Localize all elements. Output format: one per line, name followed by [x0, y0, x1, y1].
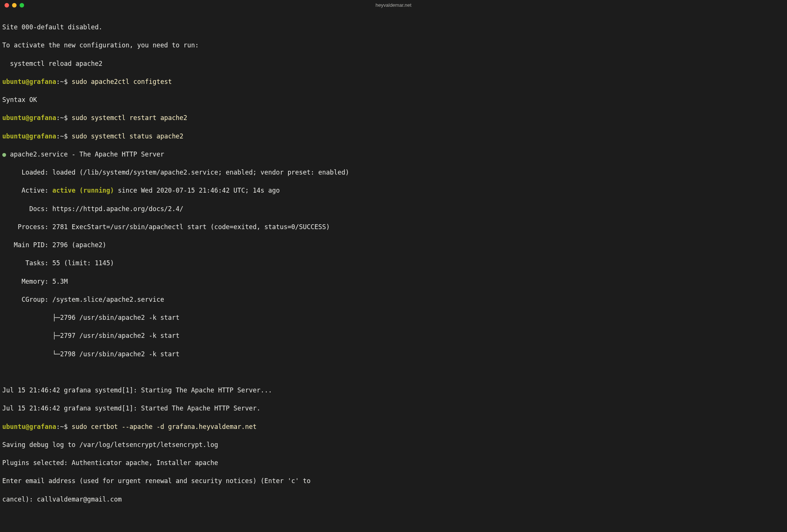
prompt-sigil: $ — [64, 423, 72, 430]
output-line: cancel): callvaldemar@gmail.com — [2, 495, 785, 504]
minimize-icon[interactable] — [12, 3, 17, 8]
terminal-window: heyvaldemar.net Site 000-default disable… — [0, 0, 787, 532]
status-memory: Memory: 5.3M — [2, 277, 785, 286]
status-mainpid: Main PID: 2796 (apache2) — [2, 240, 785, 249]
command: sudo apache2ctl configtest — [72, 78, 172, 85]
user-host: ubuntu@grafana — [2, 78, 56, 85]
prompt-path: ~ — [60, 114, 64, 122]
status-loaded: Loaded: loaded (/lib/systemd/system/apac… — [2, 168, 785, 177]
prompt-sep: : — [56, 78, 60, 85]
status-process: Process: 2781 ExecStart=/usr/sbin/apache… — [2, 222, 785, 231]
status-tasks: Tasks: 55 (limit: 1145) — [2, 258, 785, 268]
log-line: Jul 15 21:46:42 grafana systemd[1]: Star… — [2, 404, 785, 413]
output-line: To activate the new configuration, you n… — [2, 41, 785, 50]
status-cgroup-child: ├─2796 /usr/sbin/apache2 -k start — [2, 313, 785, 322]
status-active-value: active (running) — [52, 187, 114, 194]
blank-line — [2, 368, 785, 377]
output-line: systemctl reload apache2 — [2, 59, 785, 68]
output-line: Saving debug log to /var/log/letsencrypt… — [2, 440, 785, 449]
status-docs: Docs: https://httpd.apache.org/docs/2.4/ — [2, 204, 785, 213]
status-active: Active: active (running) since Wed 2020-… — [2, 186, 785, 195]
prompt-sep: : — [56, 423, 60, 430]
status-cgroup-child: ├─2797 /usr/sbin/apache2 -k start — [2, 331, 785, 340]
prompt-line: ubuntu@grafana:~$ sudo certbot --apache … — [2, 422, 785, 431]
prompt-line: ubuntu@grafana:~$ sudo systemctl restart… — [2, 113, 785, 122]
maximize-icon[interactable] — [20, 3, 24, 8]
output-line: Site 000-default disabled. — [2, 23, 785, 32]
prompt-sep: : — [56, 132, 60, 140]
status-active-rest: since Wed 2020-07-15 21:46:42 UTC; 14s a… — [114, 187, 280, 194]
prompt-sigil: $ — [64, 114, 72, 122]
titlebar: heyvaldemar.net — [0, 0, 787, 11]
traffic-lights — [5, 3, 24, 8]
status-bullet-icon: ● — [2, 150, 10, 158]
status-service: apache2.service - The Apache HTTP Server — [10, 150, 164, 158]
prompt-sigil: $ — [64, 132, 72, 140]
command: sudo systemctl status apache2 — [72, 132, 183, 140]
blank-line — [2, 513, 785, 522]
user-host: ubuntu@grafana — [2, 132, 56, 140]
user-host: ubuntu@grafana — [2, 423, 56, 430]
log-line: Jul 15 21:46:42 grafana systemd[1]: Star… — [2, 386, 785, 395]
prompt-line: ubuntu@grafana:~$ sudo systemctl status … — [2, 132, 785, 141]
user-host: ubuntu@grafana — [2, 114, 56, 122]
prompt-sigil: $ — [64, 78, 72, 85]
window-title: heyvaldemar.net — [375, 2, 411, 9]
close-icon[interactable] — [5, 3, 9, 8]
status-active-label: Active: — [2, 187, 52, 194]
status-header: ● apache2.service - The Apache HTTP Serv… — [2, 150, 785, 159]
output-line: Plugins selected: Authenticator apache, … — [2, 458, 785, 467]
status-cgroup: CGroup: /system.slice/apache2.service — [2, 295, 785, 304]
terminal-body[interactable]: Site 000-default disabled. To activate t… — [0, 11, 787, 532]
prompt-path: ~ — [60, 423, 64, 430]
prompt-line: ubuntu@grafana:~$ sudo apache2ctl config… — [2, 77, 785, 86]
status-cgroup-child: └─2798 /usr/sbin/apache2 -k start — [2, 350, 785, 359]
command: sudo systemctl restart apache2 — [72, 114, 187, 122]
prompt-path: ~ — [60, 78, 64, 85]
output-line: Enter email address (used for urgent ren… — [2, 476, 785, 485]
output-line: Syntax OK — [2, 95, 785, 104]
prompt-path: ~ — [60, 132, 64, 140]
command: sudo certbot --apache -d grafana.heyvald… — [72, 423, 256, 430]
prompt-sep: : — [56, 114, 60, 122]
